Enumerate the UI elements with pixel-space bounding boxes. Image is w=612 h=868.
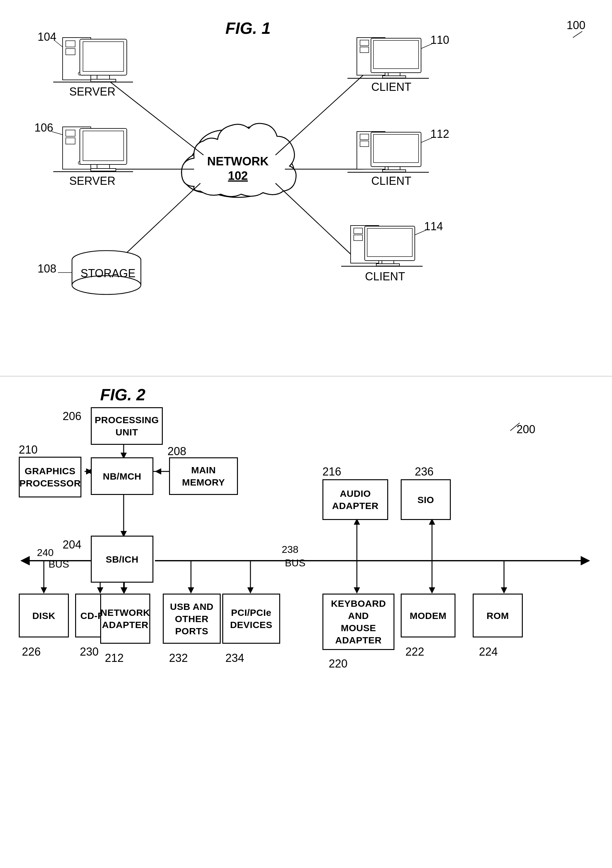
svg-rect-23 — [80, 39, 127, 75]
rom-block: ROM — [473, 594, 523, 637]
svg-marker-92 — [155, 468, 161, 474]
ref-212: 212 — [105, 651, 124, 665]
ref-234: 234 — [226, 651, 244, 665]
network-adapter-block: NETWORK ADAPTER — [100, 594, 150, 644]
modem-block: MODEM — [401, 594, 456, 637]
ref-220: 220 — [329, 657, 348, 670]
disk-block: DISK — [19, 594, 69, 637]
svg-rect-79 — [365, 226, 415, 260]
svg-marker-127 — [429, 587, 435, 594]
svg-line-18 — [275, 183, 357, 260]
ref-208: 208 — [167, 445, 186, 458]
fig2-area: FIG. 2 200 — [12, 382, 598, 855]
svg-rect-58 — [383, 76, 406, 78]
ref-226: 226 — [22, 645, 41, 659]
svg-marker-115 — [121, 587, 127, 594]
ref-204: 204 — [63, 538, 81, 551]
svg-text:112: 112 — [430, 127, 449, 140]
svg-text:102: 102 — [228, 169, 247, 182]
usb-ports-block: USB AND OTHER PORTS — [163, 594, 221, 644]
svg-marker-111 — [97, 587, 103, 594]
fig2-title: FIG. 2 — [100, 385, 145, 404]
sb-ich-block: SB/ICH — [91, 536, 153, 583]
ref-232: 232 — [169, 651, 188, 665]
ref-206: 206 — [63, 410, 81, 423]
fig1-area: FIG. 1 100 NETWORK 102 — [12, 12, 598, 373]
svg-marker-109 — [41, 587, 47, 594]
svg-line-30 — [55, 41, 63, 47]
main-memory-block: MAIN MEMORY — [169, 457, 238, 495]
pci-devices-block: PCI/PCIe DEVICES — [222, 594, 280, 644]
ref-222: 222 — [405, 645, 424, 659]
svg-line-0 — [573, 31, 582, 37]
ref-224: 224 — [479, 645, 498, 659]
svg-text:110: 110 — [430, 34, 449, 46]
svg-marker-125 — [354, 587, 360, 594]
svg-rect-67 — [371, 132, 421, 167]
svg-text:104: 104 — [37, 30, 56, 43]
ref-210: 210 — [19, 443, 37, 456]
svg-text:BUS: BUS — [285, 557, 306, 569]
svg-line-15 — [119, 183, 200, 260]
svg-text:STORAGE: STORAGE — [80, 267, 135, 280]
graphics-processor-block: GRAPHICS PROCESSOR — [19, 457, 81, 498]
svg-line-16 — [275, 75, 363, 155]
svg-marker-103 — [581, 556, 590, 566]
section-divider — [0, 376, 612, 377]
svg-marker-129 — [501, 587, 507, 594]
svg-line-42 — [52, 132, 63, 135]
ref-230: 230 — [80, 645, 99, 659]
svg-rect-38 — [91, 169, 116, 171]
svg-text:CLIENT: CLIENT — [371, 81, 411, 93]
ref-236: 236 — [415, 465, 434, 478]
svg-text:106: 106 — [34, 121, 53, 134]
svg-text:CLIENT: CLIENT — [371, 175, 411, 187]
svg-marker-117 — [188, 587, 194, 594]
fig1-svg: NETWORK 102 — [12, 12, 598, 373]
ref-216: 216 — [323, 465, 341, 478]
svg-text:NETWORK: NETWORK — [207, 155, 269, 168]
page: FIG. 1 100 NETWORK 102 — [0, 0, 612, 868]
svg-text:108: 108 — [37, 262, 56, 275]
svg-rect-70 — [383, 170, 406, 172]
svg-marker-119 — [247, 587, 253, 594]
nb-mch-block: NB/MCH — [91, 457, 153, 495]
svg-rect-35 — [80, 129, 127, 164]
svg-text:114: 114 — [424, 220, 443, 233]
svg-text:SERVER: SERVER — [69, 175, 115, 187]
svg-text:CLIENT: CLIENT — [365, 270, 405, 283]
svg-rect-82 — [376, 264, 399, 266]
svg-text:238: 238 — [282, 544, 298, 555]
keyboard-mouse-block: KEYBOARD AND MOUSE ADAPTER — [323, 594, 394, 650]
sio-block: SIO — [401, 479, 451, 520]
processing-unit-block: PROCESSING UNIT — [91, 407, 163, 445]
svg-marker-113 — [121, 587, 127, 594]
svg-rect-26 — [91, 79, 116, 82]
svg-rect-55 — [371, 38, 421, 73]
audio-adapter-block: AUDIO ADAPTER — [323, 479, 388, 520]
svg-text:240: 240 — [37, 547, 54, 558]
svg-text:BUS: BUS — [48, 558, 69, 570]
svg-marker-101 — [20, 556, 30, 566]
svg-text:SERVER: SERVER — [69, 85, 115, 98]
ref-200: 200 — [516, 423, 535, 436]
